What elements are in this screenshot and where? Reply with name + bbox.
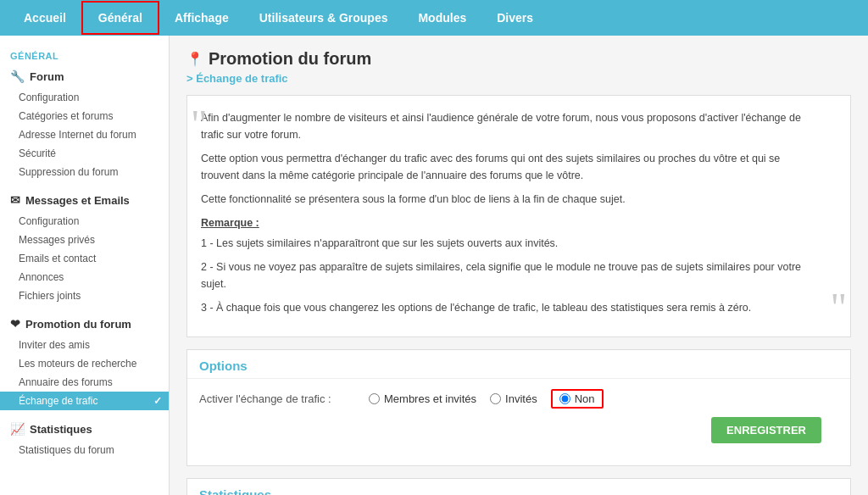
sidebar-item-inviter[interactable]: Inviter des amis bbox=[0, 336, 169, 354]
sidebar: GÉNÉRAL 🔧 Forum Configuration Catégories… bbox=[0, 36, 170, 495]
sidebar-item-securite[interactable]: Sécurité bbox=[0, 144, 169, 163]
radio-input-non[interactable] bbox=[559, 393, 570, 404]
location-icon: 📍 bbox=[186, 51, 203, 67]
desc-p1: Afin d'augmenter le nombre de visiteurs … bbox=[201, 109, 816, 143]
radio-label-membres: Membres et invités bbox=[384, 392, 476, 405]
radio-input-invites[interactable] bbox=[490, 393, 501, 404]
option-label-trafic: Activer l'échange de trafic : bbox=[199, 392, 369, 405]
sidebar-item-stats-forum[interactable]: Statistiques du forum bbox=[0, 441, 169, 459]
page-header: 📍 Promotion du forum bbox=[186, 49, 851, 69]
stats-section: Statistiques Statistiques des clics Jour… bbox=[186, 478, 851, 495]
sidebar-item-moteurs[interactable]: Les moteurs de recherche bbox=[0, 354, 169, 373]
quote-right-icon: " bbox=[830, 287, 847, 328]
sidebar-group-promotion[interactable]: ❤ Promotion du forum bbox=[0, 312, 169, 336]
sidebar-item-fichiers[interactable]: Fichiers joints bbox=[0, 286, 169, 305]
options-section: Options Activer l'échange de trafic : Me… bbox=[186, 349, 851, 466]
email-icon: ✉ bbox=[10, 193, 20, 207]
radio-non[interactable]: Non bbox=[551, 389, 604, 409]
breadcrumb: Échange de trafic bbox=[186, 72, 851, 85]
sidebar-item-config-forum[interactable]: Configuration bbox=[0, 88, 169, 107]
desc-p2: Cette option vous permettra d'échanger d… bbox=[201, 150, 816, 184]
nav-affichage[interactable]: Affichage bbox=[159, 3, 244, 33]
remark-label: Remarque : bbox=[201, 214, 816, 231]
nav-general[interactable]: Général bbox=[81, 1, 159, 35]
radio-membres-invites[interactable]: Membres et invités bbox=[369, 392, 476, 405]
sidebar-group-promotion-label: Promotion du forum bbox=[25, 318, 131, 331]
sidebar-item-echange[interactable]: Échange de trafic ✓ bbox=[0, 392, 169, 410]
stats-icon: 📈 bbox=[10, 422, 25, 436]
sidebar-item-emails[interactable]: Emails et contact bbox=[0, 249, 169, 268]
desc-p3: Cette fonctionnalité se présentera sous … bbox=[201, 191, 816, 208]
main-content: 📍 Promotion du forum Échange de trafic "… bbox=[170, 36, 868, 495]
sidebar-item-config-msg[interactable]: Configuration bbox=[0, 212, 169, 231]
sidebar-item-suppression[interactable]: Suppression du forum bbox=[0, 163, 169, 181]
nav-utilisateurs[interactable]: Utilisateurs & Groupes bbox=[244, 3, 403, 33]
stats-title: Statistiques bbox=[187, 479, 850, 495]
main-layout: GÉNÉRAL 🔧 Forum Configuration Catégories… bbox=[0, 36, 868, 495]
sidebar-group-forum[interactable]: 🔧 Forum bbox=[0, 64, 169, 88]
sidebar-group-stats[interactable]: 📈 Statistiques bbox=[0, 417, 169, 441]
radio-invites[interactable]: Invités bbox=[490, 392, 537, 405]
sidebar-section-general: GÉNÉRAL bbox=[0, 44, 169, 64]
radio-label-non: Non bbox=[575, 392, 595, 405]
sidebar-item-categories[interactable]: Catégories et forums bbox=[0, 107, 169, 125]
options-title: Options bbox=[187, 350, 850, 379]
option-row-trafic: Activer l'échange de trafic : Membres et… bbox=[199, 389, 838, 409]
sidebar-item-mp[interactable]: Messages privés bbox=[0, 231, 169, 249]
sidebar-item-annonces[interactable]: Annonces bbox=[0, 268, 169, 286]
sidebar-item-adresse[interactable]: Adresse Internet du forum bbox=[0, 125, 169, 144]
remark-2: 2 - Si vous ne voyez pas apparaître de s… bbox=[201, 259, 816, 292]
remark-1: 1 - Les sujets similaires n'apparaîtront… bbox=[201, 235, 816, 252]
description-box: " Afin d'augmenter le nombre de visiteur… bbox=[186, 95, 851, 337]
radio-input-membres[interactable] bbox=[369, 393, 380, 404]
heart-icon: ❤ bbox=[10, 317, 20, 331]
options-body: Activer l'échange de trafic : Membres et… bbox=[187, 379, 850, 465]
sidebar-item-annuaire[interactable]: Annuaire des forums bbox=[0, 373, 169, 392]
sidebar-group-forum-label: Forum bbox=[30, 70, 64, 83]
nav-modules[interactable]: Modules bbox=[403, 3, 481, 33]
page-title: Promotion du forum bbox=[209, 49, 371, 69]
nav-divers[interactable]: Divers bbox=[481, 3, 548, 33]
remark-3: 3 - À chaque fois que vous changerez les… bbox=[201, 299, 816, 316]
sidebar-group-messages[interactable]: ✉ Messages et Emails bbox=[0, 188, 169, 212]
wrench-icon: 🔧 bbox=[10, 70, 25, 83]
top-navigation: Accueil Général Affichage Utilisateurs &… bbox=[0, 0, 868, 36]
active-check-icon: ✓ bbox=[153, 395, 162, 407]
radio-label-invites: Invités bbox=[505, 392, 537, 405]
radio-group-trafic: Membres et invités Invités Non bbox=[369, 389, 604, 409]
nav-accueil[interactable]: Accueil bbox=[8, 3, 81, 33]
sidebar-group-stats-label: Statistiques bbox=[30, 423, 92, 436]
register-button[interactable]: ENREGISTRER bbox=[711, 417, 821, 443]
sidebar-group-messages-label: Messages et Emails bbox=[25, 194, 130, 207]
quote-left-icon: " bbox=[191, 104, 208, 145]
